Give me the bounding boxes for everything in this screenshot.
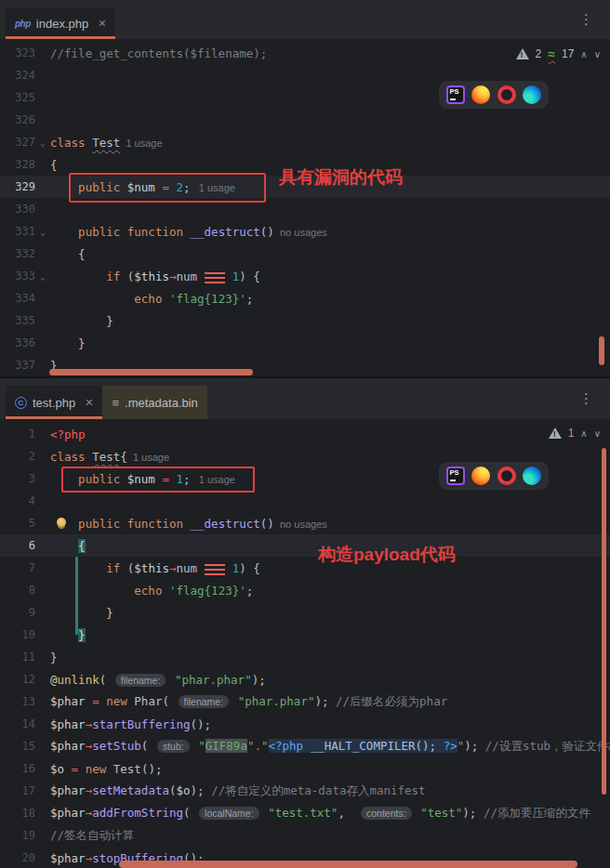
- code-token: [345, 806, 359, 820]
- line-number[interactable]: 335: [0, 314, 35, 327]
- code-token: $this: [134, 270, 169, 283]
- code-token: $phar: [50, 783, 86, 797]
- line-number[interactable]: 328: [0, 158, 35, 171]
- code-line[interactable]: 9 }: [0, 601, 610, 624]
- code-line[interactable]: 12@unlink( filename: "phar.phar");: [0, 668, 610, 690]
- line-number[interactable]: 11: [0, 651, 35, 664]
- warning-icon[interactable]: !: [549, 427, 562, 439]
- line-number[interactable]: 19: [0, 829, 35, 842]
- line-number[interactable]: 331: [0, 225, 35, 238]
- code-token: class: [50, 136, 86, 150]
- line-number[interactable]: 336: [0, 336, 35, 349]
- firefox-icon[interactable]: [471, 85, 490, 104]
- code-line[interactable]: 326: [0, 109, 610, 131]
- prev-problem-icon[interactable]: ∧: [580, 428, 587, 439]
- opera-icon[interactable]: [497, 467, 516, 485]
- firefox-icon[interactable]: [471, 467, 490, 485]
- line-number[interactable]: 6: [0, 539, 35, 552]
- code-line[interactable]: 18$phar→addFromString( localName: "test.…: [0, 802, 610, 824]
- code-line[interactable]: 13$phar = new Phar( filename: "phar.phar…: [0, 690, 610, 713]
- line-number[interactable]: 13: [0, 695, 35, 708]
- line-number[interactable]: 337: [0, 359, 35, 372]
- code-line[interactable]: 1<?php: [0, 423, 610, 445]
- code-line[interactable]: 17$phar→setMetadata($o); //将自定义的meta-dat…: [0, 780, 610, 802]
- code-line[interactable]: 328{: [0, 153, 610, 176]
- tab-test-php[interactable]: C test.php ✕: [6, 386, 102, 419]
- phpstorm-icon[interactable]: PS: [446, 85, 465, 104]
- tab-metadata-bin[interactable]: ≡ .metadata.bin: [102, 386, 206, 419]
- code-line[interactable]: 11}: [0, 646, 610, 668]
- tab-index-php[interactable]: php index.php ✕: [6, 7, 115, 39]
- line-number[interactable]: 325: [0, 91, 35, 104]
- code-line[interactable]: 336 }: [0, 332, 610, 354]
- code-line[interactable]: 6 {: [0, 534, 610, 557]
- close-icon[interactable]: ✕: [98, 18, 106, 30]
- line-number[interactable]: 329: [0, 180, 35, 193]
- code-line[interactable]: 329 public $num = 2; 1 usage: [0, 176, 610, 198]
- line-number[interactable]: 2: [0, 450, 35, 463]
- code-token: [50, 472, 78, 486]
- line-number[interactable]: 323: [0, 46, 35, 59]
- line-number[interactable]: 4: [0, 494, 35, 507]
- line-number[interactable]: 7: [0, 561, 35, 574]
- close-icon[interactable]: ✕: [85, 397, 93, 409]
- code-line[interactable]: 8 echo 'flag{123}';: [0, 579, 610, 601]
- fold-arrow-icon[interactable]: ⌄: [35, 138, 50, 148]
- line-number[interactable]: 1: [0, 427, 35, 441]
- line-number[interactable]: 334: [0, 292, 35, 305]
- kebab-menu-icon[interactable]: ⋮: [579, 390, 593, 407]
- typo-icon[interactable]: ≈: [548, 46, 555, 61]
- phpstorm-icon[interactable]: PS: [446, 467, 465, 485]
- line-number[interactable]: 12: [0, 673, 35, 686]
- code-line[interactable]: 331⌄ public function __destruct() no usa…: [0, 220, 610, 243]
- line-number[interactable]: 333: [0, 270, 35, 283]
- code-line[interactable]: 333⌄ if ($this→num === 1) {: [0, 265, 610, 287]
- line-number[interactable]: 20: [0, 851, 35, 864]
- vertical-scrollbar[interactable]: [602, 448, 606, 795]
- line-number[interactable]: 17: [0, 784, 35, 797]
- line-number[interactable]: 5: [0, 517, 35, 530]
- code-line[interactable]: 330: [0, 198, 610, 220]
- horizontal-scrollbar[interactable]: [119, 861, 577, 868]
- code-line[interactable]: 4: [0, 490, 610, 512]
- next-problem-icon[interactable]: ∨: [594, 49, 601, 59]
- line-number[interactable]: 16: [0, 762, 35, 775]
- editor-bottom[interactable]: 1<?php2class Test{ 1 usage3 public $num …: [0, 419, 610, 868]
- code-line[interactable]: 5 public function __destruct() no usages: [0, 512, 610, 534]
- line-number[interactable]: 330: [0, 203, 35, 216]
- line-number[interactable]: 8: [0, 584, 35, 597]
- code-line[interactable]: 14$phar→startBuffering();: [0, 713, 610, 735]
- opera-icon[interactable]: [497, 85, 516, 104]
- code-line[interactable]: 332 {: [0, 243, 610, 265]
- vertical-scrollbar[interactable]: [599, 336, 604, 365]
- code-line[interactable]: 10 }: [0, 624, 610, 646]
- code-line[interactable]: 16$o = new Test();: [0, 757, 610, 780]
- horizontal-scrollbar[interactable]: [49, 369, 253, 375]
- code-line[interactable]: 335 }: [0, 309, 610, 332]
- fold-arrow-icon[interactable]: ⌄: [35, 271, 50, 282]
- edge-icon[interactable]: [523, 467, 541, 485]
- line-number[interactable]: 324: [0, 69, 35, 82]
- line-number[interactable]: 10: [0, 628, 35, 641]
- line-number[interactable]: 9: [0, 606, 35, 619]
- next-problem-icon[interactable]: ∨: [594, 428, 601, 439]
- code-line[interactable]: 7 if ($this→num === 1) {: [0, 557, 610, 579]
- line-number[interactable]: 327: [0, 136, 35, 149]
- warning-icon[interactable]: !: [516, 48, 529, 59]
- editor-top[interactable]: 323//file_get_contents($filename);324325…: [0, 39, 610, 376]
- code-line[interactable]: 15$phar→setStub( stub: "GIF89a"."<?php _…: [0, 735, 610, 757]
- line-number[interactable]: 332: [0, 247, 35, 260]
- line-number[interactable]: 18: [0, 807, 35, 820]
- line-number[interactable]: 3: [0, 472, 35, 485]
- line-number[interactable]: 326: [0, 113, 35, 126]
- prev-problem-icon[interactable]: ∧: [580, 49, 587, 59]
- code-line[interactable]: 327⌄class Test 1 usage: [0, 131, 610, 153]
- code-line[interactable]: 19//签名自动计算: [0, 824, 610, 847]
- line-number[interactable]: 15: [0, 740, 35, 753]
- intention-bulb-icon[interactable]: [57, 518, 66, 527]
- edge-icon[interactable]: [523, 85, 541, 104]
- kebab-menu-icon[interactable]: ⋮: [579, 11, 593, 28]
- line-number[interactable]: 14: [0, 717, 35, 730]
- fold-arrow-icon[interactable]: ⌄: [35, 227, 50, 237]
- code-line[interactable]: 334 echo 'flag{123}';: [0, 287, 610, 309]
